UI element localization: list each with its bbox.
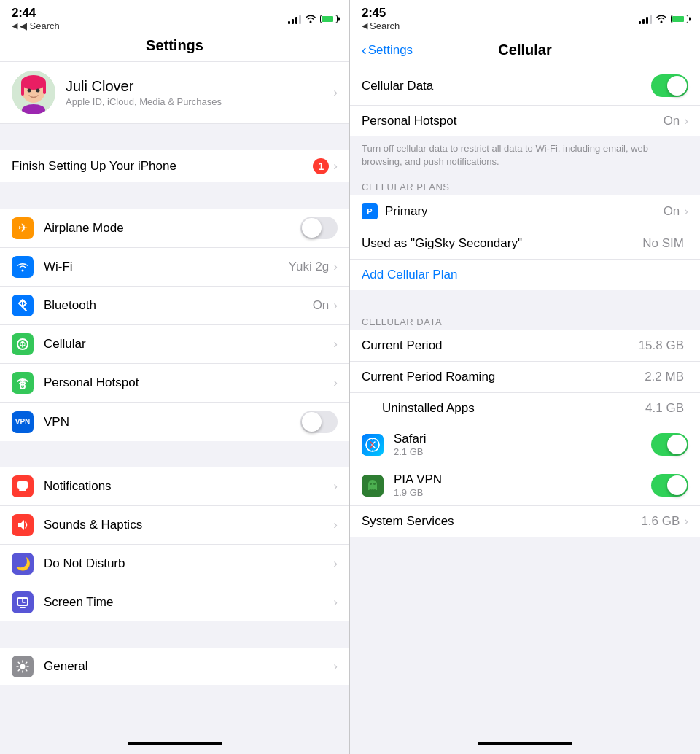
notifications-icon <box>12 475 34 497</box>
wifi-value: Yuki 2g <box>289 260 330 274</box>
cellular-plans-label: CELLULAR PLANS <box>350 176 700 195</box>
dnd-row[interactable]: 🌙 Do Not Disturb › <box>0 545 349 583</box>
signal-bar-3 <box>295 17 298 24</box>
sounds-label: Sounds & Haptics <box>44 518 333 532</box>
hotspot-row[interactable]: Personal Hotspot › <box>0 364 349 403</box>
safari-app-icon <box>362 434 384 456</box>
cellular-data-label: Cellular Data <box>362 79 651 93</box>
personal-hotspot-chevron: › <box>684 114 688 128</box>
left-battery <box>320 15 338 23</box>
right-signal <box>639 14 652 24</box>
personal-hotspot-row[interactable]: Personal Hotspot On › <box>350 106 700 136</box>
vpn-toggle[interactable] <box>300 411 338 433</box>
right-search-label: Search <box>370 20 400 31</box>
r-signal-bar-3 <box>646 17 648 24</box>
settings-back-button[interactable]: ‹ Settings <box>362 42 413 58</box>
primary-label: Primary <box>385 204 664 219</box>
airplane-label: Airplane Mode <box>44 221 300 236</box>
svg-point-6 <box>36 89 40 93</box>
profile-chevron: › <box>333 85 338 100</box>
settings-section-3: General › <box>0 648 349 685</box>
profile-row[interactable]: Juli Clover Apple ID, iCloud, Media & Pu… <box>0 62 349 124</box>
bluetooth-icon <box>12 295 34 316</box>
system-services-chevron: › <box>684 514 688 529</box>
current-period-value: 15.8 GB <box>639 338 684 353</box>
system-services-value: 1.6 GB <box>641 514 680 529</box>
svg-point-5 <box>28 89 31 93</box>
finish-setup-label: Finish Setting Up Your iPhone <box>12 159 313 174</box>
sounds-row[interactable]: Sounds & Haptics › <box>0 506 349 545</box>
right-battery <box>671 15 688 23</box>
used-as-value: No SIM <box>642 236 684 251</box>
bluetooth-chevron: › <box>333 298 338 313</box>
notifications-row[interactable]: Notifications › <box>0 467 349 506</box>
safari-row[interactable]: Safari 2.1 GB <box>350 424 700 465</box>
primary-value: On <box>664 204 680 219</box>
back-settings-label: Settings <box>368 43 413 58</box>
pia-vpn-toggle[interactable] <box>651 474 688 497</box>
svg-rect-4 <box>43 82 46 94</box>
cellular-data-list: Current Period 15.8 GB Current Period Ro… <box>350 330 700 537</box>
cellular-page-title: Cellular <box>498 42 551 58</box>
left-bottom-bar <box>0 737 349 754</box>
cellular-data-toggle[interactable] <box>651 74 688 97</box>
profile-subtitle: Apple ID, iCloud, Media & Purchases <box>66 96 222 107</box>
general-label: General <box>44 659 333 674</box>
pia-vpn-size: 1.9 GB <box>394 487 651 498</box>
system-services-row[interactable]: System Services 1.6 GB › <box>350 506 700 537</box>
cellular-data-row[interactable]: Cellular Data <box>350 66 700 106</box>
divider-1 <box>0 124 349 150</box>
used-as-row[interactable]: Used as "GigSky Secondary" No SIM <box>350 228 700 260</box>
personal-hotspot-value: On <box>664 114 680 128</box>
vpn-label: VPN <box>44 415 300 430</box>
dnd-chevron: › <box>333 556 338 571</box>
add-plan-row[interactable]: Add Cellular Plan <box>350 260 700 290</box>
safari-size: 2.1 GB <box>394 446 651 457</box>
cellular-row[interactable]: Cellular › <box>0 325 349 364</box>
svg-point-22 <box>370 483 372 485</box>
cellular-icon <box>12 333 34 355</box>
primary-plan-icon: P <box>362 203 378 219</box>
wifi-row[interactable]: Wi-Fi Yuki 2g › <box>0 248 349 287</box>
notifications-label: Notifications <box>44 479 333 494</box>
svg-rect-18 <box>368 484 377 490</box>
left-status-icons <box>288 13 338 25</box>
add-plan-label: Add Cellular Plan <box>362 268 457 282</box>
svg-rect-3 <box>21 82 24 96</box>
pia-vpn-text: PIA VPN 1.9 GB <box>394 473 651 498</box>
settings-section-1: ✈ Airplane Mode Wi-Fi Yuki 2g › <box>0 209 349 441</box>
left-back-search[interactable]: ◀ ◀ Search <box>12 20 60 31</box>
r-signal-bar-1 <box>639 21 641 24</box>
screentime-row[interactable]: Screen Time › <box>0 583 349 621</box>
general-chevron: › <box>333 659 338 674</box>
current-period-label: Current Period <box>362 338 639 353</box>
cellular-nav-bar: ‹ Settings Cellular <box>350 34 700 66</box>
bluetooth-row[interactable]: Bluetooth On › <box>0 287 349 325</box>
back-chevron-icon: ‹ <box>362 42 367 58</box>
svg-point-23 <box>373 483 376 485</box>
uninstalled-apps-label: Uninstalled Apps <box>362 401 645 416</box>
right-wifi-icon <box>656 13 667 25</box>
general-row[interactable]: General › <box>0 648 349 685</box>
hotspot-icon <box>12 372 34 394</box>
pia-vpn-toggle-thumb <box>667 475 687 495</box>
avatar <box>12 71 55 114</box>
left-panel: 2:44 ◀ ◀ Search <box>0 0 350 754</box>
airplane-row[interactable]: ✈ Airplane Mode <box>0 209 349 248</box>
finish-setup-row[interactable]: Finish Setting Up Your iPhone 1 › <box>0 150 349 182</box>
pia-vpn-row[interactable]: PIA VPN 1.9 GB <box>350 465 700 506</box>
current-period-roaming-row: Current Period Roaming 2.2 MB <box>350 362 700 393</box>
primary-row[interactable]: P Primary On › <box>350 195 700 228</box>
left-signal <box>288 14 301 24</box>
airplane-toggle[interactable] <box>300 217 338 239</box>
vpn-row[interactable]: VPN VPN <box>0 403 349 441</box>
right-bottom-bar <box>350 737 700 754</box>
divider-3 <box>0 441 349 467</box>
right-back-search[interactable]: ◀ Search <box>362 20 400 31</box>
cellular-label: Cellular <box>44 337 333 351</box>
finish-badge: 1 <box>313 158 329 174</box>
right-time: 2:45 <box>362 6 400 20</box>
left-nav-bar: Settings <box>0 34 349 62</box>
wifi-label: Wi-Fi <box>44 260 289 274</box>
safari-toggle[interactable] <box>651 433 688 456</box>
